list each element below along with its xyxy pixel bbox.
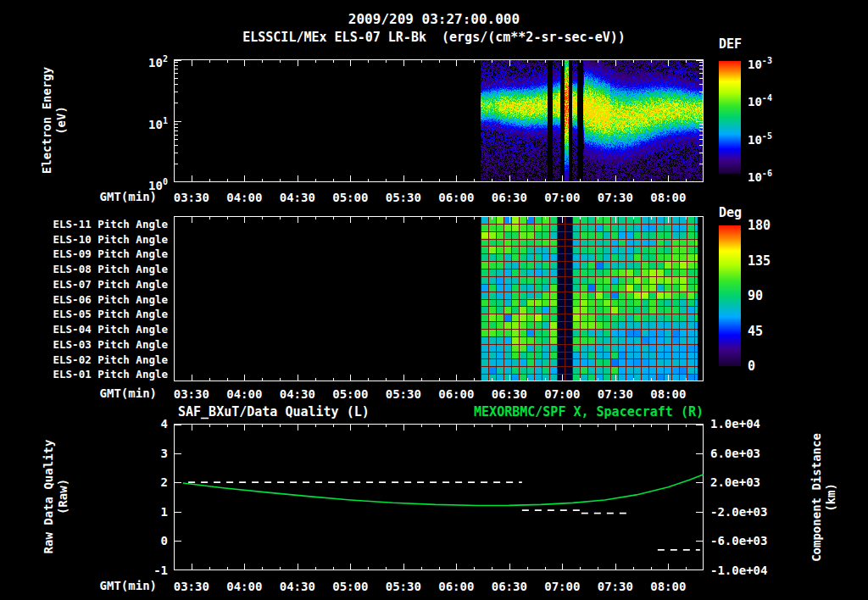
x-tick-label: 05:00 bbox=[328, 386, 372, 402]
left-y-axis-label-line1: Raw Data Quality bbox=[42, 440, 56, 554]
spec-y-tick-label: 101 bbox=[119, 114, 168, 129]
x-tick-label: 03:30 bbox=[170, 386, 214, 402]
gmt-axis-label: GMT(min) bbox=[83, 579, 157, 592]
left-y-tick-label: 1 bbox=[131, 504, 168, 519]
x-tick-label: 06:00 bbox=[434, 386, 478, 402]
x-tick-label: 04:30 bbox=[275, 579, 320, 594]
deg-colorbar-tick-label: 135 bbox=[748, 253, 798, 269]
x-tick-label: 04:00 bbox=[222, 386, 266, 402]
deg-colorbar-tick-label: 90 bbox=[748, 288, 798, 303]
left-y-tick-label: -1 bbox=[131, 563, 168, 578]
right-y-axis-label-line2: (km) bbox=[824, 433, 838, 562]
left-y-tick-label: 0 bbox=[131, 533, 168, 548]
electron-energy-spectrogram-canvas bbox=[174, 59, 704, 182]
right-y-tick-label: -6.0e+03 bbox=[710, 533, 795, 548]
right-y-tick-label: 2.0e+03 bbox=[710, 475, 795, 490]
x-tick-label: 04:30 bbox=[275, 190, 320, 205]
def-colorbar-tick-label: 10-6 bbox=[748, 166, 828, 181]
right-y-tick-label: -1.0e+04 bbox=[710, 563, 795, 578]
def-colorbar-tick-label: 10-3 bbox=[748, 53, 828, 69]
def-colorbar-tick-label: 10-5 bbox=[748, 129, 828, 144]
left-y-axis-label-line2: (Raw) bbox=[56, 440, 70, 554]
def-colorbar bbox=[719, 61, 741, 174]
left-y-axis-label: Raw Data Quality (Raw) bbox=[42, 440, 70, 554]
x-tick-label: 05:30 bbox=[381, 190, 426, 205]
right-y-tick-label: 6.0e+03 bbox=[710, 446, 795, 461]
left-y-tick-label: 3 bbox=[131, 446, 168, 461]
def-colorbar-title: DEF bbox=[719, 36, 778, 52]
x-tick-label: 04:00 bbox=[222, 190, 266, 205]
x-tick-label: 07:00 bbox=[540, 386, 584, 402]
x-tick-label: 06:30 bbox=[487, 386, 531, 402]
x-tick-label: 07:30 bbox=[593, 190, 637, 205]
left-y-tick-label: 2 bbox=[131, 475, 168, 490]
quality-distance-line-chart-canvas bbox=[174, 424, 704, 570]
x-tick-label: 06:30 bbox=[487, 190, 531, 205]
spectrogram-y-axis-label-line2: (eV) bbox=[54, 67, 69, 174]
pitch-angle-heatmap-canvas bbox=[174, 216, 704, 381]
quality-series-title: SAF_BXuT/Data Quality (L) bbox=[178, 404, 370, 419]
x-tick-label: 06:30 bbox=[487, 579, 531, 594]
x-tick-label: 07:30 bbox=[593, 386, 637, 402]
pitch-row-label: ELS-01 Pitch Angle bbox=[31, 367, 168, 382]
x-tick-label: 07:00 bbox=[540, 579, 584, 594]
def-colorbar-tick-label: 10-4 bbox=[748, 91, 828, 106]
pitch-row-label: ELS-07 Pitch Angle bbox=[31, 277, 168, 292]
x-tick-label: 08:00 bbox=[646, 579, 690, 594]
x-tick-label: 05:30 bbox=[381, 386, 426, 402]
right-y-axis-label-line1: Component Distance bbox=[810, 433, 824, 562]
pitch-row-label: ELS-09 Pitch Angle bbox=[31, 247, 168, 262]
x-tick-label: 07:30 bbox=[593, 579, 637, 594]
x-tick-label: 06:00 bbox=[434, 190, 478, 205]
pitch-row-label: ELS-03 Pitch Angle bbox=[31, 337, 168, 353]
pitch-row-label: ELS-11 Pitch Angle bbox=[31, 217, 168, 232]
gmt-axis-label: GMT(min) bbox=[83, 386, 157, 400]
pitch-row-label: ELS-05 Pitch Angle bbox=[31, 307, 168, 322]
x-tick-label: 05:00 bbox=[328, 190, 372, 205]
x-tick-label: 04:00 bbox=[222, 579, 266, 594]
pitch-row-label: ELS-06 Pitch Angle bbox=[31, 292, 168, 308]
right-y-tick-label: 1.0e+04 bbox=[710, 416, 795, 431]
left-y-tick-label: 4 bbox=[131, 416, 168, 431]
spec-y-tick-label: 102 bbox=[119, 52, 168, 67]
gmt-axis-label: GMT(min) bbox=[83, 190, 157, 203]
x-tick-label: 04:30 bbox=[275, 386, 320, 402]
x-tick-label: 06:00 bbox=[434, 579, 478, 594]
spacecraft-series-title: MEXORBMC/SPF X, Spacecraft (R) bbox=[364, 404, 704, 419]
x-tick-label: 05:30 bbox=[381, 579, 426, 594]
x-tick-label: 03:30 bbox=[170, 579, 214, 594]
timestamp-title: 2009/209 03:27:00.000 bbox=[0, 11, 868, 27]
pitch-row-label: ELS-08 Pitch Angle bbox=[31, 262, 168, 277]
x-tick-label: 08:00 bbox=[646, 386, 690, 402]
x-tick-label: 08:00 bbox=[646, 190, 690, 205]
deg-colorbar bbox=[719, 225, 741, 366]
deg-colorbar-tick-label: 45 bbox=[748, 324, 798, 339]
plot-page: 2009/209 03:27:00.000 ELSSCIL/MEx ELS-07… bbox=[0, 0, 868, 600]
spectrogram-y-axis-label: Electron Energy (eV) bbox=[40, 67, 69, 174]
spectrogram-y-axis-label-line1: Electron Energy bbox=[40, 67, 54, 174]
deg-colorbar-tick-label: 180 bbox=[748, 218, 798, 233]
pitch-row-label: ELS-02 Pitch Angle bbox=[31, 353, 168, 368]
right-y-tick-label: -2.0e+03 bbox=[710, 504, 795, 519]
x-tick-label: 03:30 bbox=[170, 190, 214, 205]
right-y-axis-label: Component Distance (km) bbox=[810, 433, 838, 562]
x-tick-label: 07:00 bbox=[540, 190, 584, 205]
deg-colorbar-tick-label: 0 bbox=[748, 358, 798, 374]
x-tick-label: 05:00 bbox=[328, 579, 372, 594]
pitch-row-label: ELS-10 Pitch Angle bbox=[31, 232, 168, 247]
pitch-row-label: ELS-04 Pitch Angle bbox=[31, 322, 168, 337]
spec-y-tick-label: 100 bbox=[119, 175, 168, 190]
